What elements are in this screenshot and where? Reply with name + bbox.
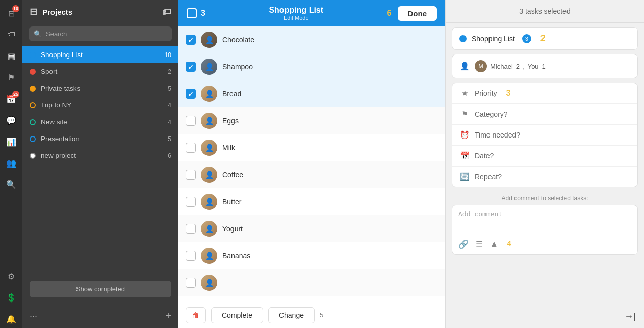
done-button[interactable]: Done bbox=[398, 6, 437, 21]
table-row: 👤 bbox=[178, 269, 445, 296]
header-count: 3 bbox=[201, 9, 205, 18]
task-checkbox-8[interactable] bbox=[186, 224, 196, 234]
task-checkbox-5[interactable] bbox=[186, 143, 196, 153]
project-list: Shopping List 10 Sport 2 Private tasks 5… bbox=[22, 46, 178, 275]
table-row: ✓ 👤 Bread bbox=[178, 80, 445, 107]
footer-dots[interactable]: ··· bbox=[30, 311, 37, 321]
panel-date-row[interactable]: 📅 Date? bbox=[452, 146, 637, 167]
rail-chart-icon[interactable]: 📊 bbox=[2, 132, 20, 151]
sidebar-item-private[interactable]: Private tasks 5 bbox=[22, 80, 178, 97]
home-badge: 10 bbox=[12, 5, 19, 12]
rail-dollar-icon[interactable]: 💲 bbox=[2, 288, 20, 307]
drive-icon[interactable]: ▲ bbox=[490, 239, 498, 249]
task-name-9: Bananas bbox=[222, 252, 250, 260]
comment-tools: 🔗 ☰ ▲ 4 bbox=[458, 236, 631, 249]
task-name-6: Coffee bbox=[222, 171, 243, 179]
task-checkbox-4[interactable] bbox=[186, 116, 196, 126]
panel-category-row[interactable]: ⚑ Category? bbox=[452, 104, 637, 125]
rail-chat-icon[interactable]: 💬 bbox=[2, 111, 20, 129]
projects-icon: ⊟ bbox=[30, 6, 37, 17]
time-label: Time needed? bbox=[475, 131, 520, 139]
dot-newproject bbox=[30, 153, 36, 159]
sidebar-item-presentation[interactable]: Presentation 5 bbox=[22, 130, 178, 147]
panel-assignees-row[interactable]: 👤 M Michael 2 , You 1 bbox=[452, 54, 637, 78]
bottom-number-label: 5 bbox=[320, 311, 323, 319]
task-checkbox-1[interactable]: ✓ bbox=[186, 35, 196, 45]
sidebar-item-newproject[interactable]: new project 6 bbox=[22, 147, 178, 164]
rail-grid-icon[interactable]: ▦ bbox=[2, 47, 20, 65]
panel-list-section: Shopping List 3 2 bbox=[452, 27, 638, 50]
dot-trip bbox=[30, 102, 36, 108]
table-row: 👤 Yogurt bbox=[178, 215, 445, 242]
rail-bell-icon[interactable]: 🔔 bbox=[2, 310, 20, 328]
rail-calendar-icon[interactable]: 25 📅 bbox=[2, 90, 20, 108]
sidebar-item-sport[interactable]: Sport 2 bbox=[22, 63, 178, 80]
list-count-badge: 3 bbox=[522, 34, 531, 43]
rail-home-icon[interactable]: 10 ⊟ bbox=[2, 4, 20, 22]
link-icon[interactable]: 🔗 bbox=[458, 239, 469, 249]
project-name-trip: Trip to NY bbox=[41, 101, 71, 109]
table-row: 👤 Coffee bbox=[178, 161, 445, 188]
header-badge: 6 bbox=[387, 9, 392, 18]
sidebar-header: ⊟ Projects 🏷 bbox=[22, 0, 178, 23]
task-name-5: Milk bbox=[222, 144, 235, 152]
task-checkbox-10[interactable] bbox=[186, 278, 196, 288]
complete-button[interactable]: Complete bbox=[211, 307, 263, 323]
sidebar-item-trip[interactable]: Trip to NY 4 bbox=[22, 97, 178, 114]
you-count: 1 bbox=[542, 63, 546, 70]
project-name-newsite: New site bbox=[41, 118, 67, 126]
date-label: Date? bbox=[475, 152, 494, 160]
task-checkbox-6[interactable] bbox=[186, 170, 196, 180]
count-presentation: 5 bbox=[168, 135, 171, 143]
project-name-shopping: Shopping List bbox=[41, 51, 83, 59]
star-icon: ★ bbox=[459, 89, 470, 98]
panel-list-row[interactable]: Shopping List 3 2 bbox=[452, 28, 637, 49]
show-completed-button[interactable]: Show completed bbox=[30, 281, 171, 297]
collapse-button[interactable]: →| bbox=[624, 311, 636, 322]
rail-flag-icon[interactable]: ⚑ bbox=[2, 68, 20, 87]
panel-priority-row[interactable]: ★ Priority 3 bbox=[452, 83, 637, 104]
sidebar-item-newsite[interactable]: New site 4 bbox=[22, 114, 178, 130]
avatar-1: 👤 bbox=[201, 32, 217, 48]
search-input[interactable] bbox=[46, 30, 167, 38]
count-trip: 4 bbox=[168, 102, 171, 109]
footer-plus-button[interactable]: + bbox=[165, 310, 171, 322]
change-button[interactable]: Change bbox=[268, 307, 315, 323]
panel-time-row[interactable]: ⏰ Time needed? bbox=[452, 125, 637, 146]
avatar-5: 👤 bbox=[201, 140, 217, 156]
avatar-4: 👤 bbox=[201, 113, 217, 129]
main-header: 3 Shopping List Edit Mode 6 Done bbox=[178, 0, 445, 26]
table-row: 👤 Butter bbox=[178, 188, 445, 215]
bottom-bar: 🗑 Complete Change 5 bbox=[178, 302, 445, 328]
panel-repeat-row[interactable]: 🔄 Repeat? bbox=[452, 167, 637, 187]
rail-tag-icon[interactable]: 🏷 bbox=[2, 25, 20, 44]
task-checkbox-3[interactable]: ✓ bbox=[186, 89, 196, 99]
avatar-6: 👤 bbox=[201, 167, 217, 183]
rail-settings-icon[interactable]: ⚙ bbox=[2, 267, 20, 285]
you-label: You bbox=[528, 63, 539, 70]
task-checkbox-7[interactable] bbox=[186, 197, 196, 207]
search-box[interactable]: 🔍 bbox=[29, 26, 172, 41]
table-row: 👤 Eggs bbox=[178, 107, 445, 134]
repeat-label: Repeat? bbox=[475, 173, 502, 181]
delete-button[interactable]: 🗑 bbox=[186, 307, 206, 323]
task-checkbox-2[interactable]: ✓ bbox=[186, 62, 196, 72]
sidebar-item-shopping[interactable]: Shopping List 10 bbox=[22, 46, 178, 63]
sidebar-tag-icon[interactable]: 🏷 bbox=[162, 7, 171, 17]
main-content: 3 Shopping List Edit Mode 6 Done ✓ 👤 Cho… bbox=[178, 0, 445, 328]
task-name-4: Eggs bbox=[222, 117, 239, 125]
edit-mode-label: Edit Mode bbox=[205, 15, 387, 21]
rail-people-icon[interactable]: 👥 bbox=[2, 154, 20, 172]
list-icon[interactable]: ☰ bbox=[476, 239, 483, 249]
select-all-checkbox[interactable] bbox=[187, 8, 197, 18]
rail-search-icon[interactable]: 🔍 bbox=[2, 175, 20, 194]
comment-prompt: Add comment to selected tasks: bbox=[452, 192, 638, 205]
comment-input[interactable] bbox=[458, 210, 631, 231]
sidebar-title: Projects bbox=[42, 8, 72, 16]
count-sport: 2 bbox=[168, 68, 171, 75]
sidebar-footer: ··· + bbox=[22, 304, 178, 328]
dot-shopping bbox=[30, 52, 36, 58]
task-checkbox-9[interactable] bbox=[186, 251, 196, 261]
table-row: 👤 Bananas bbox=[178, 242, 445, 269]
table-row: 👤 Milk bbox=[178, 134, 445, 161]
